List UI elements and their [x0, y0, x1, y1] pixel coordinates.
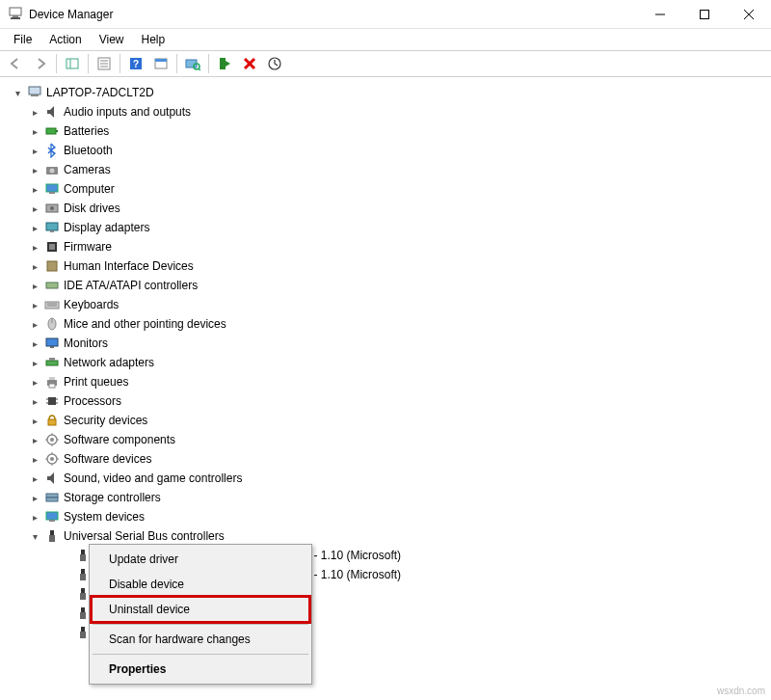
expand-icon[interactable]: ▸: [29, 241, 40, 253]
monitor-icon: [44, 336, 60, 351]
toolbar-separator: [120, 54, 120, 73]
ctx-disable-device[interactable]: Disable device: [92, 572, 309, 597]
ctx-properties[interactable]: Properties: [92, 657, 309, 682]
action-button[interactable]: [149, 52, 173, 75]
tree-category[interactable]: ▸Keyboards: [4, 295, 767, 314]
expand-icon[interactable]: ▸: [29, 511, 40, 523]
tree-category-label: Software devices: [64, 452, 151, 466]
ctx-separator: [93, 654, 308, 655]
tree-category[interactable]: ▸Display adapters: [4, 218, 767, 237]
tree-category[interactable]: ▸Bluetooth: [4, 141, 767, 160]
expand-icon[interactable]: ▸: [29, 106, 40, 118]
expand-icon[interactable]: ▸: [29, 395, 40, 407]
expand-icon[interactable]: ▸: [29, 125, 40, 137]
tree-category-label: Software components: [64, 433, 175, 446]
tree-category[interactable]: ▸Network adapters: [4, 353, 767, 372]
tree-category-label: Monitors: [64, 337, 108, 350]
expand-icon[interactable]: ▸: [29, 280, 40, 291]
tree-category[interactable]: ▸Disk drives: [4, 199, 767, 218]
svg-rect-46: [50, 346, 54, 348]
expand-icon[interactable]: ▸: [29, 492, 40, 503]
tree-category[interactable]: ▸Processors: [4, 391, 767, 411]
expand-icon[interactable]: ▸: [29, 222, 40, 233]
keyboard-icon: [44, 297, 60, 312]
ctx-uninstall-device[interactable]: Uninstall device: [92, 597, 309, 622]
expand-icon[interactable]: ▸: [29, 337, 40, 349]
tree-category[interactable]: ▸Software components: [4, 430, 767, 449]
update-driver-button[interactable]: [263, 52, 286, 75]
expand-icon[interactable]: ▸: [29, 299, 40, 310]
expand-icon[interactable]: ▸: [29, 260, 40, 272]
expand-icon[interactable]: ▸: [29, 183, 40, 195]
tree-category[interactable]: ▸Sound, video and game controllers: [4, 469, 767, 488]
toolbar-separator: [88, 54, 89, 73]
hid-icon: [44, 258, 60, 274]
tree-category[interactable]: ▸Audio inputs and outputs: [4, 102, 767, 121]
svg-line-19: [199, 68, 200, 70]
usb-icon: [44, 528, 60, 544]
tree-category-label: Disk drives: [64, 202, 120, 215]
tree-category[interactable]: ▸Software devices: [4, 449, 767, 469]
svg-rect-85: [80, 632, 86, 638]
properties-button[interactable]: [93, 52, 116, 75]
tree-category[interactable]: ▸Batteries: [4, 121, 767, 141]
tree-category[interactable]: ▸Human Interface Devices: [4, 256, 767, 276]
tree-category[interactable]: ▸Mice and other pointing devices: [4, 314, 767, 334]
close-button[interactable]: [727, 0, 771, 29]
svg-rect-37: [49, 244, 55, 250]
expand-icon[interactable]: ▸: [29, 453, 40, 465]
show-hide-tree-button[interactable]: [61, 52, 84, 75]
expand-icon[interactable]: ▸: [29, 376, 40, 388]
battery-icon: [44, 123, 60, 139]
minimize-button[interactable]: [638, 0, 682, 29]
svg-rect-35: [50, 230, 54, 232]
expand-icon[interactable]: ▸: [29, 357, 40, 368]
svg-rect-70: [46, 494, 58, 498]
tree-category[interactable]: ▾Universal Serial Bus controllers: [4, 526, 767, 546]
tree-category[interactable]: ▸Security devices: [4, 411, 767, 430]
ctx-scan-hardware[interactable]: Scan for hardware changes: [92, 627, 309, 652]
svg-rect-4: [701, 10, 709, 18]
forward-button[interactable]: [29, 52, 52, 75]
tree-category[interactable]: ▸System devices: [4, 507, 767, 526]
menu-file[interactable]: File: [6, 31, 40, 48]
tree-root[interactable]: ▾ LAPTOP-7ADCLT2D: [4, 83, 767, 102]
expand-icon[interactable]: ▸: [29, 318, 40, 330]
tree-category-label: Universal Serial Bus controllers: [64, 529, 225, 543]
scan-hardware-button[interactable]: [181, 52, 204, 75]
tree-category[interactable]: ▸Computer: [4, 179, 767, 199]
tree-category[interactable]: ▸Cameras: [4, 160, 767, 179]
svg-rect-31: [49, 192, 55, 194]
expand-icon[interactable]: ▸: [29, 145, 40, 156]
uninstall-device-button[interactable]: [238, 52, 261, 75]
network-icon: [44, 355, 60, 370]
computer-icon: [44, 509, 60, 525]
enable-device-button[interactable]: [213, 52, 236, 75]
svg-point-65: [50, 457, 54, 461]
menu-view[interactable]: View: [92, 31, 132, 48]
expand-icon[interactable]: ▸: [29, 472, 40, 484]
tree-category[interactable]: ▸Print queues: [4, 372, 767, 391]
expand-icon[interactable]: ▸: [29, 202, 40, 214]
disk-icon: [44, 201, 60, 216]
expand-icon[interactable]: ▸: [29, 434, 40, 445]
expand-icon[interactable]: ▸: [29, 164, 40, 175]
menu-action[interactable]: Action: [41, 31, 89, 48]
context-menu: Update driver Disable device Uninstall d…: [89, 544, 312, 685]
svg-rect-76: [81, 550, 85, 554]
collapse-icon[interactable]: ▾: [29, 530, 40, 542]
menu-help[interactable]: Help: [134, 31, 173, 48]
tree-category[interactable]: ▸Monitors: [4, 334, 767, 353]
back-button[interactable]: [4, 52, 27, 75]
svg-rect-81: [80, 593, 86, 600]
expand-icon[interactable]: ▸: [29, 415, 40, 426]
tree-category[interactable]: ▸Firmware: [4, 237, 767, 256]
maximize-button[interactable]: [682, 0, 727, 29]
ctx-update-driver[interactable]: Update driver: [92, 547, 309, 572]
help-button[interactable]: ?: [124, 52, 147, 75]
collapse-icon[interactable]: ▾: [12, 87, 23, 98]
tree-category[interactable]: ▸IDE ATA/ATAPI controllers: [4, 276, 767, 295]
camera-icon: [44, 162, 60, 177]
svg-rect-84: [81, 627, 85, 632]
tree-category[interactable]: ▸Storage controllers: [4, 488, 767, 507]
